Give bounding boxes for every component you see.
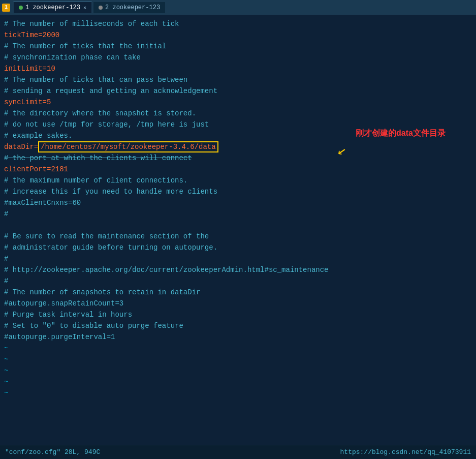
tab-label-1: 1 zookeeper-123 bbox=[25, 4, 80, 11]
tab-label-2: 2 zookeeper-123 bbox=[105, 4, 160, 11]
line-6: # The number of ticks that can pass betw… bbox=[4, 74, 472, 85]
line-23: # http://zookeeper.apache.org/doc/curren… bbox=[4, 264, 472, 276]
line-1: # The number of milliseconds of each tic… bbox=[4, 18, 472, 29]
line-3: # The number of ticks that the initial bbox=[4, 41, 472, 52]
line-21: # administrator guide before turning on … bbox=[4, 242, 472, 253]
app-icon: 1 bbox=[2, 4, 10, 12]
line-25: # The number of snapshots to retain in d… bbox=[4, 287, 472, 298]
line-5: initLimit=10 bbox=[4, 63, 472, 74]
line-14: clientPort=2181 bbox=[4, 164, 472, 175]
line-16: # increase this if you need to handle mo… bbox=[4, 186, 472, 197]
line-15: # the maximum number of client connectio… bbox=[4, 175, 472, 186]
line-20: # Be sure to read the maintenance sectio… bbox=[4, 231, 472, 242]
tilde-5: ~ bbox=[4, 387, 472, 399]
line-10: # do not use /tmp for storage, /tmp here… bbox=[4, 119, 472, 130]
line-12: dataDir=/home/centos7/mysoft/zookeeper-3… bbox=[4, 141, 472, 152]
status-left: "conf/zoo.cfg" 28L, 949C bbox=[5, 448, 100, 456]
line-22: # bbox=[4, 253, 472, 264]
line-2: tickTime=2000 bbox=[4, 29, 472, 41]
editor-area: # The number of milliseconds of each tic… bbox=[0, 15, 476, 445]
line-11: # example sakes. bbox=[4, 130, 472, 141]
line-17: #maxClientCnxns=60 bbox=[4, 197, 472, 208]
line-26: #autopurge.snapRetainCount=3 bbox=[4, 298, 472, 309]
status-bar: "conf/zoo.cfg" 28L, 949C https://blog.cs… bbox=[0, 445, 476, 459]
line-8: syncLimit=5 bbox=[4, 97, 472, 108]
tilde-1: ~ bbox=[4, 343, 472, 354]
line-18: # bbox=[4, 208, 472, 220]
tab-close-1[interactable]: ✕ bbox=[83, 5, 86, 11]
line-9: # the directory where the snapshot is st… bbox=[4, 108, 472, 119]
line-19 bbox=[4, 220, 472, 231]
line-4: # synchronization phase can take bbox=[4, 52, 472, 63]
line-7: # sending a request and getting an ackno… bbox=[4, 85, 472, 97]
tilde-4: ~ bbox=[4, 376, 472, 387]
line-13: # the port at which the clients will con… bbox=[4, 152, 472, 164]
line-29: #autopurge.purgeInterval=1 bbox=[4, 331, 472, 343]
tab-dot-2 bbox=[99, 6, 103, 10]
tab-1[interactable]: 1 zookeeper-123 ✕ bbox=[13, 2, 92, 13]
line-24: # bbox=[4, 276, 472, 287]
tab-2[interactable]: 2 zookeeper-123 bbox=[93, 2, 166, 13]
tab-dot-1 bbox=[19, 6, 23, 10]
title-bar: 1 1 zookeeper-123 ✕ 2 zookeeper-123 bbox=[0, 0, 476, 15]
tilde-2: ~ bbox=[4, 354, 472, 365]
line-28: # Set to "0" to disable auto purge featu… bbox=[4, 320, 472, 331]
status-right: https://blog.csdn.net/qq_41073911 bbox=[340, 448, 471, 456]
line-27: # Purge task interval in hours bbox=[4, 309, 472, 320]
tilde-3: ~ bbox=[4, 365, 472, 376]
